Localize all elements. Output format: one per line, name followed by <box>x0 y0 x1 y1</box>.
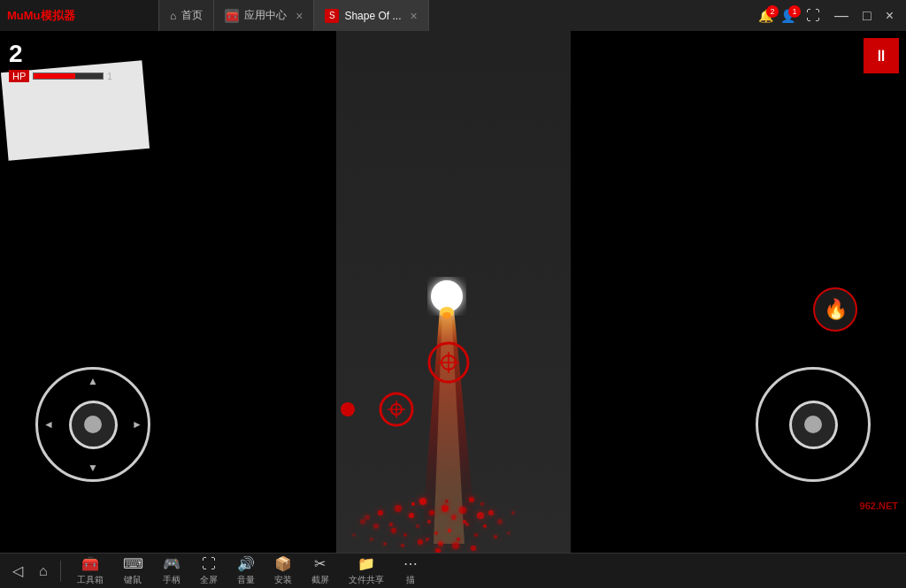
gamepad-icon: 🎮 <box>163 555 180 572</box>
watermark-text: 962.NET <box>856 499 902 513</box>
keyboard-label: 键鼠 <box>124 574 142 586</box>
tab-app-label: 应用中心 <box>244 8 287 23</box>
tab-game[interactable]: S Shape Of ... × <box>314 0 428 31</box>
tab-game-close[interactable]: × <box>410 9 417 23</box>
tab-home-label: 首页 <box>181 8 203 23</box>
minimize-btn[interactable]: — <box>831 8 852 24</box>
pause-icon: ⏸ <box>873 47 889 65</box>
screenshot-label: 截屏 <box>311 574 329 586</box>
fullscreen-label: 全屏 <box>200 574 218 586</box>
hp-value: 1 <box>107 72 112 81</box>
toolbar-volume[interactable]: 🔊 音量 <box>228 554 264 588</box>
score-number: 2 <box>9 40 112 68</box>
game-center-panel <box>336 31 571 553</box>
hp-bar-container: HP 1 <box>9 70 112 82</box>
right-joystick[interactable] <box>756 367 871 482</box>
toolbar-file-share[interactable]: 📁 文件共享 <box>340 554 393 588</box>
pause-button[interactable]: ⏸ <box>864 38 899 73</box>
toolbox-label: 工具箱 <box>77 574 104 586</box>
tab-home[interactable]: ⌂ 首页 <box>159 0 214 31</box>
game-tab-icon: S <box>325 9 339 23</box>
install-icon: 📦 <box>274 555 292 572</box>
screenshot-toolbar-icon: ✂ <box>314 555 326 572</box>
hp-fill <box>34 73 75 79</box>
toolbar-install[interactable]: 📦 安装 <box>265 554 301 588</box>
home-icon: ⌂ <box>170 10 176 22</box>
gamepad-label: 手柄 <box>163 574 180 586</box>
left-joystick-dot <box>84 416 102 433</box>
fullscreen-icon: ⛶ <box>202 556 216 572</box>
toolbar-section: 🧰 工具箱 ⌨ 键鼠 🎮 手柄 ⛶ 全屏 🔊 音量 📦 安装 ✂ 截屏 📁 <box>61 554 434 588</box>
screenshot-btn[interactable]: ⛶ <box>802 8 824 24</box>
dpad-right-arrow: ► <box>132 418 142 431</box>
left-joystick[interactable]: ▲ ▼ ◄ ► <box>35 367 150 482</box>
titlebar: MuMu模拟器 ⌂ 首页 🧰 应用中心 × S Shape Of ... × 🔔… <box>0 0 906 31</box>
close-btn[interactable]: × <box>882 8 897 24</box>
toolbar-more[interactable]: ⋯ 描 <box>395 554 426 588</box>
main-game-area: 2 HP 1 ⏸ 🔥 ▲ ▼ ◄ ► 962.NET <box>0 31 906 553</box>
user-icon[interactable]: 👤 1 <box>780 9 795 23</box>
more-label: 描 <box>406 574 415 586</box>
user-badge: 1 <box>788 5 801 18</box>
notification-badge: 2 <box>766 5 779 18</box>
keyboard-icon: ⌨ <box>123 555 143 572</box>
home-button[interactable]: ⌂ <box>34 560 53 583</box>
file-share-label: 文件共享 <box>349 574 384 586</box>
logo-area: MuMu模拟器 <box>0 0 159 31</box>
dpad-down-arrow: ▼ <box>88 462 98 474</box>
toolbar-toolbox[interactable]: 🧰 工具箱 <box>68 554 112 588</box>
left-joystick-inner <box>69 401 118 449</box>
tab-app-center[interactable]: 🧰 应用中心 × <box>214 0 314 31</box>
tab-game-label: Shape Of ... <box>344 10 401 22</box>
install-label: 安装 <box>274 574 292 586</box>
right-joystick-dot <box>804 416 822 433</box>
toolbox-icon: 🧰 <box>81 555 99 572</box>
fire-power-button[interactable]: 🔥 <box>813 287 857 332</box>
score-area: 2 HP 1 <box>9 40 112 82</box>
hp-label: HP <box>9 70 29 82</box>
back-button[interactable]: ◁ <box>7 559 28 583</box>
tab-app-close[interactable]: × <box>296 9 303 23</box>
more-icon: ⋯ <box>403 555 418 572</box>
fire-icon: 🔥 <box>824 298 848 321</box>
file-share-icon: 📁 <box>357 555 375 572</box>
watermark: 962.NET <box>856 497 902 513</box>
app-center-icon: 🧰 <box>225 9 239 23</box>
dpad-up-arrow: ▲ <box>88 375 98 387</box>
right-joystick-inner <box>789 401 838 449</box>
nav-buttons: ◁ ⌂ <box>0 559 60 583</box>
toolbar-screenshot[interactable]: ✂ 截屏 <box>303 554 338 588</box>
toolbar-fullscreen[interactable]: ⛶ 全屏 <box>191 554 226 588</box>
toolbar-gamepad[interactable]: 🎮 手柄 <box>154 554 189 588</box>
volume-icon: 🔊 <box>237 555 255 572</box>
hp-bar <box>33 73 104 80</box>
volume-label: 音量 <box>237 574 255 586</box>
logo-text: MuMu模拟器 <box>7 8 75 24</box>
toolbar-keyboard[interactable]: ⌨ 键鼠 <box>114 554 152 588</box>
dpad-left-arrow: ◄ <box>43 418 54 431</box>
notification-icon[interactable]: 🔔 2 <box>758 9 773 23</box>
titlebar-right: 🔔 2 👤 1 ⛶ — □ × <box>758 8 906 24</box>
maximize-btn[interactable]: □ <box>859 8 875 24</box>
bottom-toolbar: ◁ ⌂ 🧰 工具箱 ⌨ 键鼠 🎮 手柄 ⛶ 全屏 🔊 音量 📦 安装 ✂ <box>0 553 906 588</box>
